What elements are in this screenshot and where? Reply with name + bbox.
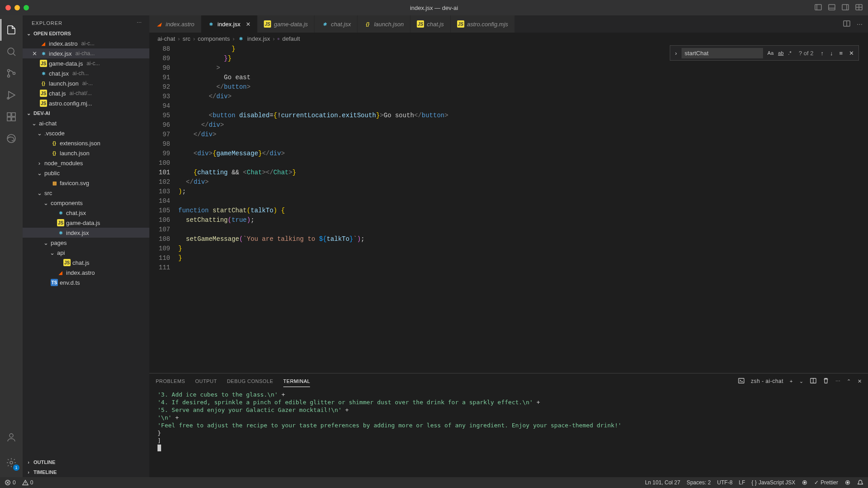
breadcrumb[interactable]: ai-chat› src› components› ⚛ index.jsx› ▫… bbox=[149, 33, 868, 44]
errors-count[interactable]: 0 bbox=[5, 479, 16, 486]
indentation[interactable]: Spaces: 2 bbox=[687, 479, 711, 486]
terminal-name[interactable]: zsh - ai-chat bbox=[751, 378, 783, 384]
find-input[interactable] bbox=[682, 48, 763, 58]
next-match-icon[interactable]: ↓ bbox=[828, 50, 835, 57]
tab-launch.json[interactable]: {}launch.json bbox=[358, 15, 410, 33]
new-terminal-icon[interactable]: + bbox=[790, 378, 793, 384]
minimap[interactable] bbox=[863, 44, 868, 373]
folder-pages[interactable]: ⌄pages bbox=[23, 238, 149, 248]
prev-match-icon[interactable]: ↑ bbox=[819, 50, 825, 57]
close-icon[interactable]: ✕ bbox=[246, 21, 251, 28]
panel-tab-output[interactable]: OUTPUT bbox=[195, 376, 217, 387]
js-icon: JS bbox=[57, 219, 64, 226]
close-icon[interactable]: ✕ bbox=[847, 50, 856, 57]
cursor-position[interactable]: Ln 101, Col 27 bbox=[645, 479, 680, 486]
eol[interactable]: LF bbox=[739, 479, 745, 486]
ports-icon[interactable] bbox=[801, 479, 808, 486]
folder-public[interactable]: ⌄public bbox=[23, 168, 149, 178]
astro-icon: ◢ bbox=[57, 269, 64, 276]
terminal-output[interactable]: '3. Add ice cubes to the glass.\n' + '4.… bbox=[149, 389, 868, 477]
find-in-selection-icon[interactable]: ≡ bbox=[837, 50, 844, 57]
warnings-count[interactable]: 0 bbox=[22, 479, 33, 486]
close-window[interactable] bbox=[5, 5, 11, 10]
file-favicon.svg[interactable]: ▧favicon.svg bbox=[23, 178, 149, 188]
more-icon[interactable]: ⋯ bbox=[137, 20, 142, 26]
maximize-panel-icon[interactable]: ⌃ bbox=[847, 378, 851, 384]
panel-tab-problems[interactable]: PROBLEMS bbox=[156, 376, 185, 387]
prettier-status[interactable]: ✓ Prettier bbox=[814, 479, 838, 486]
close-icon[interactable]: ✕ bbox=[31, 50, 38, 57]
folder-ai-chat[interactable]: ⌄ai-chat bbox=[23, 118, 149, 128]
search-icon[interactable] bbox=[0, 41, 22, 62]
window-title: index.jsx — dev-ai bbox=[410, 5, 458, 11]
panel-tab-terminal[interactable]: TERMINAL bbox=[283, 376, 310, 387]
tab-game-data.js[interactable]: JSgame-data.js bbox=[258, 15, 315, 33]
file-env.d.ts[interactable]: TSenv.d.ts bbox=[23, 277, 149, 287]
file-extensions.json[interactable]: {}extensions.json bbox=[23, 138, 149, 148]
svg-point-32 bbox=[804, 482, 806, 483]
chevron-right-icon[interactable]: › bbox=[673, 50, 678, 57]
tab-index.astro[interactable]: ◢index.astro bbox=[149, 15, 201, 33]
tab-chat.jsx[interactable]: ⚛chat.jsx bbox=[315, 15, 358, 33]
notifications-icon[interactable] bbox=[857, 479, 863, 486]
react-icon: ⚛ bbox=[57, 229, 64, 236]
file-game-data.js[interactable]: JSgame-data.js bbox=[23, 218, 149, 228]
match-word-icon[interactable]: ab bbox=[776, 49, 785, 57]
open-editor-item[interactable]: JSastro.config.mj... bbox=[23, 98, 149, 108]
regex-icon[interactable]: .* bbox=[787, 49, 793, 57]
layout-grid-icon[interactable] bbox=[855, 4, 863, 12]
layout-right-icon[interactable] bbox=[842, 4, 849, 12]
encoding[interactable]: UTF-8 bbox=[717, 479, 733, 486]
tab-chat.js[interactable]: JSchat.js bbox=[410, 15, 451, 33]
file-chat.jsx[interactable]: ⚛chat.jsx bbox=[23, 208, 149, 218]
open-editor-item[interactable]: ⚛chat.jsxai-ch... bbox=[23, 68, 149, 78]
folder-api[interactable]: ⌄api bbox=[23, 248, 149, 258]
more-icon[interactable]: ⋯ bbox=[857, 21, 863, 28]
language-mode[interactable]: { } JavaScript JSX bbox=[752, 479, 796, 486]
layout-bottom-icon[interactable] bbox=[828, 4, 835, 12]
file-index.astro[interactable]: ◢index.astro bbox=[23, 268, 149, 277]
run-debug-icon[interactable] bbox=[0, 84, 22, 106]
file-index.jsx[interactable]: ⚛index.jsx bbox=[23, 228, 149, 238]
open-editor-item[interactable]: JSchat.jsai-chat/... bbox=[23, 88, 149, 98]
account-icon[interactable] bbox=[0, 426, 22, 448]
panel-tab-debug-console[interactable]: DEBUG CONSOLE bbox=[227, 376, 273, 387]
open-editor-item[interactable]: {}launch.jsonai-... bbox=[23, 78, 149, 88]
editor-body[interactable]: › Aa ab .* ? of 2 ↑ ↓ ≡ ✕ 88899091929394… bbox=[149, 44, 868, 373]
kill-terminal-icon[interactable] bbox=[823, 378, 829, 385]
terminal-launch-icon[interactable] bbox=[738, 378, 744, 385]
layout-left-icon[interactable] bbox=[815, 4, 822, 12]
source-control-icon[interactable] bbox=[0, 62, 22, 84]
outline-header[interactable]: › OUTLINE bbox=[23, 457, 149, 467]
open-editors-header[interactable]: ⌄ OPEN EDITORS bbox=[23, 29, 149, 38]
file-chat.js[interactable]: JSchat.js bbox=[23, 258, 149, 268]
code-content[interactable]: } }} > Go east </button> </div> <button … bbox=[178, 44, 863, 373]
tab-index.jsx[interactable]: ⚛index.jsx✕ bbox=[201, 15, 258, 33]
folder-.vscode[interactable]: ⌄.vscode bbox=[23, 128, 149, 138]
minimize-window[interactable] bbox=[14, 5, 20, 10]
react-icon: ⚛ bbox=[40, 50, 47, 57]
project-header[interactable]: ⌄ DEV-AI bbox=[23, 108, 149, 118]
folder-components[interactable]: ⌄components bbox=[23, 198, 149, 208]
more-icon[interactable]: ⋯ bbox=[835, 378, 841, 384]
open-editor-item[interactable]: ✕⚛index.jsxai-cha... bbox=[23, 48, 149, 58]
split-terminal-icon[interactable] bbox=[810, 378, 816, 385]
match-case-icon[interactable]: Aa bbox=[766, 49, 775, 57]
file-launch.json[interactable]: {}launch.json bbox=[23, 148, 149, 158]
svg-point-9 bbox=[8, 48, 14, 54]
explorer-icon[interactable] bbox=[0, 19, 22, 41]
folder-src[interactable]: ⌄src bbox=[23, 188, 149, 198]
settings-icon[interactable]: 1 bbox=[0, 452, 22, 474]
open-editor-item[interactable]: ◢index.astroai-c... bbox=[23, 38, 149, 48]
extensions-icon[interactable] bbox=[0, 106, 22, 128]
maximize-window[interactable] bbox=[24, 5, 29, 10]
split-editor-icon[interactable] bbox=[843, 20, 850, 29]
open-editor-item[interactable]: JSgame-data.jsai-c... bbox=[23, 58, 149, 68]
folder-node_modules[interactable]: ›node_modules bbox=[23, 158, 149, 168]
terminal-dropdown-icon[interactable]: ⌄ bbox=[799, 378, 804, 384]
edge-icon[interactable] bbox=[0, 128, 22, 149]
timeline-header[interactable]: › TIMELINE bbox=[23, 467, 149, 477]
tab-astro.config.mjs[interactable]: JSastro.config.mjs bbox=[451, 15, 515, 33]
feedback-icon[interactable] bbox=[844, 479, 851, 486]
close-panel-icon[interactable]: ✕ bbox=[858, 378, 862, 384]
